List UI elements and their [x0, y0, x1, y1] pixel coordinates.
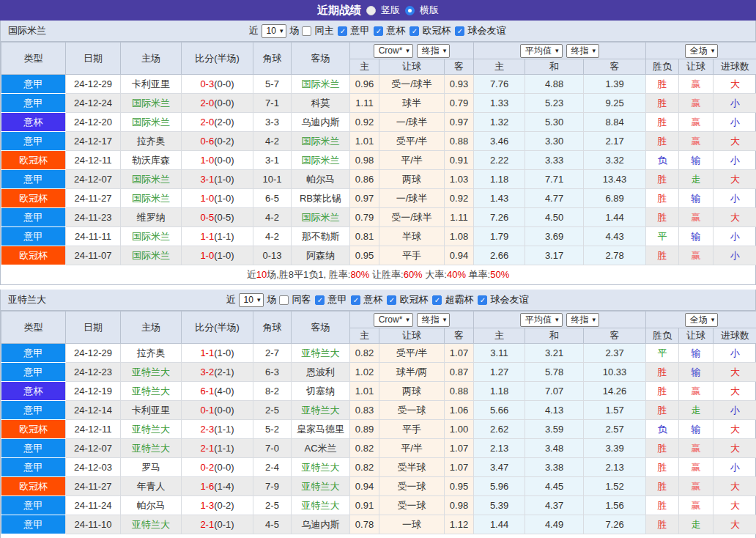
checkbox-label[interactable]: 球会友谊 — [467, 24, 505, 37]
home-team[interactable]: 卡利亚里 — [121, 75, 182, 94]
home-team[interactable]: 国际米兰 — [121, 189, 182, 208]
checkbox-label[interactable]: 意杯 — [363, 293, 382, 306]
handicap-away-odds: 0.95 — [445, 477, 474, 496]
away-team[interactable]: 亚特兰大 — [292, 344, 350, 363]
checkbox-label[interactable]: 同客 — [292, 293, 311, 306]
checkbox-label[interactable]: 同主 — [314, 24, 333, 37]
date-cell: 24-11-23 — [66, 208, 121, 227]
away-team[interactable]: 亚特兰大 — [292, 477, 350, 496]
corners-cell: 3-3 — [253, 113, 292, 132]
away-team[interactable]: 国际米兰 — [292, 151, 350, 170]
match-count-select[interactable]: 10▾ — [239, 293, 264, 307]
horizontal-layout-radio[interactable] — [405, 6, 415, 15]
checked-checkbox-超霸杯[interactable]: ✓ — [432, 295, 442, 305]
home-team[interactable]: 罗马 — [121, 458, 182, 477]
league-badge: 意甲 — [1, 496, 66, 515]
home-team[interactable]: 拉齐奥 — [121, 132, 182, 151]
home-team[interactable]: 亚特兰大 — [121, 439, 182, 458]
away-team[interactable]: 那不勒斯 — [292, 227, 350, 246]
unchecked-checkbox-同主[interactable] — [302, 26, 311, 36]
away-team[interactable]: 国际米兰 — [292, 132, 350, 151]
home-team[interactable]: 亚特兰大 — [121, 515, 182, 534]
horizontal-layout-label[interactable]: 横版 — [420, 4, 439, 17]
checkbox-label[interactable]: 超霸杯 — [445, 293, 473, 306]
checkbox-label[interactable]: 欧冠杯 — [399, 293, 428, 306]
chevron-down-icon: ▾ — [555, 45, 559, 56]
avg-away-odds: 2.37 — [584, 344, 646, 363]
away-team[interactable]: 阿森纳 — [292, 246, 350, 265]
home-team[interactable]: 国际米兰 — [121, 94, 182, 113]
home-team[interactable]: 帕尔马 — [121, 496, 182, 515]
score-cell: 1-0(1-0) — [182, 246, 253, 265]
average-select[interactable]: 平均值▾ — [520, 313, 563, 327]
home-team[interactable]: 亚特兰大 — [121, 420, 182, 439]
home-team[interactable]: 卡利亚里 — [121, 401, 182, 420]
away-team[interactable]: 科莫 — [292, 94, 350, 113]
final-odds-select[interactable]: 终指▾ — [417, 44, 451, 58]
sub-column-header: 胜负 — [646, 328, 679, 344]
unchecked-checkbox-同客[interactable] — [279, 295, 289, 305]
away-team[interactable]: 国际米兰 — [292, 75, 350, 94]
home-team[interactable]: 勒沃库森 — [121, 151, 182, 170]
home-team[interactable]: 维罗纳 — [121, 208, 182, 227]
final-odds-select[interactable]: 终指▾ — [417, 313, 451, 327]
match-result-cell: 胜 — [646, 208, 679, 227]
column-header: 客场 — [292, 312, 350, 344]
checkbox-label[interactable]: 球会友谊 — [490, 293, 528, 306]
away-team[interactable]: RB莱比锡 — [292, 189, 350, 208]
full-match-select[interactable]: 全场▾ — [685, 313, 719, 327]
vertical-layout-label[interactable]: 竖版 — [381, 4, 400, 17]
checkbox-label[interactable]: 意甲 — [350, 24, 369, 37]
checked-checkbox-欧冠杯[interactable]: ✓ — [410, 26, 419, 36]
avg-draw-odds: 4.49 — [525, 515, 584, 534]
match-count-select[interactable]: 10▾ — [262, 24, 287, 38]
home-team[interactable]: 亚特兰大 — [121, 382, 182, 401]
home-team[interactable]: 国际米兰 — [121, 113, 182, 132]
home-team[interactable]: 国际米兰 — [121, 170, 182, 189]
away-team[interactable]: 皇家马德里 — [292, 420, 350, 439]
away-team[interactable]: AC米兰 — [292, 439, 350, 458]
checked-checkbox-意杯[interactable]: ✓ — [374, 26, 383, 36]
handicap-home-odds: 0.91 — [350, 496, 379, 515]
handicap-result-cell: 走 — [679, 515, 714, 534]
chevron-down-icon: ▾ — [257, 295, 261, 306]
average-select[interactable]: 平均值▾ — [520, 44, 563, 58]
final-odds-select[interactable]: 终指▾ — [566, 313, 600, 327]
avg-home-odds: 3.47 — [474, 458, 525, 477]
checked-checkbox-球会友谊[interactable]: ✓ — [455, 26, 464, 36]
away-team[interactable]: 国际米兰 — [292, 208, 350, 227]
handicap-line: 两球 — [379, 382, 445, 401]
avg-home-odds: 5.66 — [474, 401, 525, 420]
home-team[interactable]: 国际米兰 — [121, 227, 182, 246]
away-team[interactable]: 乌迪内斯 — [292, 515, 350, 534]
checked-checkbox-球会友谊[interactable]: ✓ — [478, 295, 487, 305]
away-team[interactable]: 亚特兰大 — [292, 401, 350, 420]
checkbox-label[interactable]: 意甲 — [327, 293, 346, 306]
final-odds-select[interactable]: 终指▾ — [566, 44, 600, 58]
checked-checkbox-意甲[interactable]: ✓ — [315, 295, 325, 305]
full-match-select[interactable]: 全场▾ — [685, 44, 719, 58]
avg-away-odds: 14.26 — [584, 382, 646, 401]
away-team[interactable]: 切塞纳 — [292, 382, 350, 401]
home-team[interactable]: 国际米兰 — [121, 246, 182, 265]
checkbox-label[interactable]: 意杯 — [386, 24, 405, 37]
matches-table: 类型日期主场比分(半场)角球客场Crow*▾终指▾平均值▾终指▾全场▾主让球客主… — [1, 42, 756, 265]
half-time-score: (0-0) — [214, 405, 234, 416]
away-team[interactable]: 亚特兰大 — [292, 458, 350, 477]
checked-checkbox-意甲[interactable]: ✓ — [338, 26, 347, 36]
away-team[interactable]: 乌迪内斯 — [292, 113, 350, 132]
away-team[interactable]: 恩波利 — [292, 363, 350, 382]
checked-checkbox-意杯[interactable]: ✓ — [351, 295, 360, 305]
handicap-home-odds: 0.94 — [350, 477, 379, 496]
away-team[interactable]: 帕尔马 — [292, 170, 350, 189]
checkbox-label[interactable]: 欧冠杯 — [422, 24, 451, 37]
away-team[interactable]: 亚特兰大 — [292, 496, 350, 515]
corners-cell: 2-5 — [253, 496, 292, 515]
bookmaker-select[interactable]: Crow*▾ — [374, 313, 413, 327]
vertical-layout-radio[interactable] — [366, 6, 376, 15]
checked-checkbox-欧冠杯[interactable]: ✓ — [387, 295, 396, 305]
bookmaker-select[interactable]: Crow*▾ — [374, 44, 413, 58]
home-team[interactable]: 拉齐奥 — [121, 344, 182, 363]
home-team[interactable]: 亚特兰大 — [121, 363, 182, 382]
home-team[interactable]: 年青人 — [121, 477, 182, 496]
